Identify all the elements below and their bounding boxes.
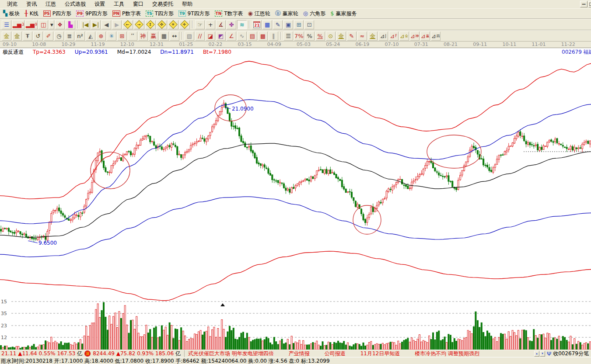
first-page-icon[interactable]: |◀ — [80, 20, 90, 29]
hand-icon[interactable]: ☞ — [195, 20, 205, 29]
spinner-up-button[interactable]: ▴ — [534, 351, 539, 357]
gold-circle-icon[interactable]: ⊙ — [326, 31, 336, 41]
kline-button[interactable]: ╂K线 — [23, 9, 42, 18]
diamond-burst-icon[interactable]: ✳ — [168, 20, 178, 29]
comb-icon[interactable]: ≣ — [65, 31, 74, 41]
pct-line-icon[interactable]: % — [315, 31, 325, 41]
net-grid-icon[interactable]: ▦ — [159, 31, 169, 41]
frame-tool-icon[interactable]: ▧ — [185, 31, 194, 41]
diamond-right-icon[interactable]: → — [134, 20, 144, 29]
minimize-button[interactable]: — — [580, 1, 588, 7]
news-headline-1[interactable]: 式光伏催巨大市场 明年发电望增四倍 — [188, 350, 274, 357]
diamond-updown-icon[interactable]: ↕ — [145, 20, 156, 29]
red-grid-icon[interactable]: ▤ — [248, 31, 257, 41]
pct7-icon[interactable]: 7% — [294, 31, 304, 41]
next-page-icon[interactable]: ▶ — [112, 20, 122, 29]
sector-button[interactable]: ▚板块 — [1, 9, 23, 18]
color-bars-icon[interactable]: ▙ — [66, 20, 75, 29]
p-square-button[interactable]: PSP四方形 — [42, 9, 74, 18]
news-headline-3[interactable]: 公司报道 — [325, 350, 346, 357]
brush-icon[interactable]: ✐ — [44, 31, 53, 41]
circle-cross-icon[interactable]: ⊕ — [96, 31, 106, 41]
parallel-lines-icon[interactable]: ∥ — [269, 31, 278, 41]
menu-item-5[interactable]: 设置 — [90, 0, 109, 9]
prev-page-icon[interactable]: ◀ — [101, 20, 111, 29]
fan-box2-icon[interactable]: ◩ — [216, 31, 226, 41]
red-grid2-icon[interactable]: ▩ — [258, 31, 268, 41]
slope-ying-icon[interactable]: ⊿赢 — [420, 31, 430, 41]
menu-item-8[interactable]: 交易委托 — [148, 0, 178, 9]
n2-icon[interactable]: n² — [75, 31, 85, 41]
browser-icon[interactable]: ⊞ — [294, 20, 304, 29]
slope-gold-icon[interactable]: ⊿金 — [399, 31, 409, 41]
menu-item-6[interactable]: 工具 — [109, 0, 129, 9]
menu-item-1[interactable]: 浏览 — [3, 0, 22, 9]
save-icon[interactable]: ▣ — [283, 20, 293, 29]
slope-j-icon[interactable]: ⊿J — [378, 31, 388, 41]
news-headline-2[interactable]: 产业情报 — [289, 350, 310, 357]
clock-icon[interactable]: ◷ — [54, 31, 64, 41]
slope-si-icon[interactable]: ⊿四 — [431, 31, 441, 41]
levels-icon[interactable]: ☰ — [283, 31, 293, 41]
ying-tool-icon[interactable]: 赢 — [149, 31, 158, 41]
hexagon-button[interactable]: ◎六角形 — [301, 9, 329, 18]
winner-service-button[interactable]: $赢家服务 — [329, 9, 360, 18]
t-square-button[interactable]: TST四方形 — [144, 9, 177, 18]
doc-list-icon[interactable]: ☰ — [2, 20, 11, 29]
gold-ruler2-icon[interactable]: 金 — [12, 31, 22, 41]
notepad-icon[interactable]: ✎ — [273, 20, 283, 29]
gold-line-icon[interactable]: 金 — [336, 31, 346, 41]
shen-tool-icon[interactable]: 神 — [138, 31, 148, 41]
t-number-button[interactable]: TNT数字表 — [213, 9, 246, 18]
calendar-icon[interactable]: 21 — [252, 20, 262, 29]
slope-shen-icon[interactable]: ⊿神 — [410, 31, 420, 41]
menu-item-9[interactable]: 帮助 — [178, 0, 197, 9]
mirror-icon[interactable]: ◭ — [86, 31, 95, 41]
spiral-icon[interactable]: ↺ — [33, 31, 43, 41]
star-grid-icon[interactable]: ✳ — [107, 31, 116, 41]
news-headline-4[interactable]: 11月12日早知道 — [360, 350, 400, 357]
k-mark-icon[interactable]: ʹʹ — [128, 31, 137, 41]
menu-item-3[interactable]: 江恩 — [41, 0, 60, 9]
clover-icon[interactable]: ✤ — [227, 20, 236, 29]
menu-item-4[interactable]: 公式选股 — [60, 0, 90, 9]
diamond-left-icon[interactable]: ← — [122, 20, 133, 29]
fan-box-icon[interactable]: ◪ — [206, 31, 215, 41]
t9-square-button[interactable]: T99T四方形 — [177, 9, 213, 18]
restore-button[interactable]: □ — [588, 1, 591, 7]
f-ruler-icon[interactable]: Ŧ — [23, 31, 32, 41]
calculator-icon[interactable]: ▦ — [262, 20, 272, 29]
p-number-button[interactable]: PNP数字表 — [111, 9, 144, 18]
zigzag-icon[interactable]: ∿ — [237, 31, 247, 41]
news-headline-5[interactable]: 楼市冷热不均 调整预期强烈 — [415, 350, 479, 357]
spinner-down-button[interactable]: ▾ — [540, 351, 545, 357]
winner-wheel-button[interactable]: Ⓑ赢家轮 — [273, 9, 301, 18]
last-page-icon[interactable]: ▶| — [91, 20, 101, 29]
gann-wheel-button[interactable]: ◉江恩轮 — [246, 9, 273, 18]
gold-under-icon[interactable]: 金 — [368, 31, 378, 41]
angle-lines-icon[interactable]: ∠ — [227, 31, 236, 41]
fan-lines-icon[interactable]: ∕∕ — [195, 31, 205, 41]
gold-ruler-icon[interactable]: 金 — [2, 31, 11, 41]
menu-item-7[interactable]: 窗口 — [129, 0, 148, 9]
crosshair-icon[interactable]: + — [206, 20, 215, 29]
stamp-icon[interactable]: ❖ — [55, 20, 65, 29]
slope-f-icon[interactable]: ⊿F — [389, 31, 399, 41]
candle-style-icon[interactable]: ◫ — [38, 20, 48, 29]
chart-9-icon[interactable]: ▂▅9 — [25, 20, 38, 29]
printer-icon[interactable]: ⊡ — [304, 20, 314, 29]
flag-pen-icon[interactable]: ✎ — [347, 31, 357, 41]
p9-square-button[interactable]: P99P四方形 — [74, 9, 111, 18]
diamond-cross-icon[interactable]: ✛ — [179, 20, 190, 29]
angle-measure-icon[interactable]: ∡ — [216, 20, 226, 29]
diamond-expand-icon[interactable]: ✣ — [157, 20, 167, 29]
wave-line-icon[interactable]: ≈ — [357, 31, 367, 41]
tick-feed-label[interactable]: 收002679分笔 — [553, 350, 589, 357]
chart-canvas[interactable]: 1535231221.09009.6500 — [0, 48, 591, 350]
wave-tool-icon[interactable]: ≋ — [237, 20, 247, 29]
width-measure-icon[interactable]: ↔ — [170, 31, 179, 41]
chart-3-icon[interactable]: ▂▅3 — [12, 20, 24, 29]
pct-icon[interactable]: % — [305, 31, 315, 41]
dropdown-arrow-icon[interactable]: ▾ — [49, 20, 54, 29]
grid-target-icon[interactable]: ⊞ — [117, 31, 127, 41]
